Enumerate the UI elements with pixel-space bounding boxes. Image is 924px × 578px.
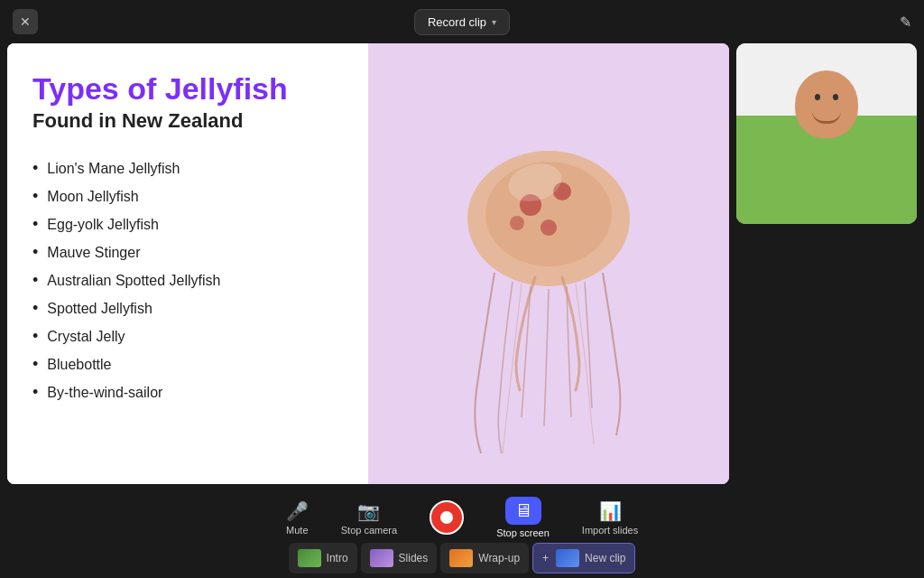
thumb-label: Wrap-up — [478, 552, 520, 564]
record-clip-button[interactable]: Record clip ▾ — [414, 9, 510, 35]
list-item: Lion's Mane Jellyfish — [32, 154, 343, 182]
thumb-label: Slides — [399, 552, 429, 564]
thumb-label: New clip — [585, 552, 625, 564]
list-item: Bluebottle — [32, 350, 343, 378]
jellyfish-svg — [413, 74, 684, 453]
slide-title-main: Types of Jellyfish — [32, 72, 343, 106]
thumb-preview — [449, 549, 473, 567]
bottom-bar: 🎤 Mute 📷 Stop camera 🖥 Stop screen 📊 Imp… — [0, 491, 924, 578]
thumbnail-wrap-up[interactable]: Wrap-up — [440, 543, 529, 573]
record-label: Record clip — [428, 15, 486, 29]
close-icon: ✕ — [20, 14, 31, 29]
screen-icon: 🖥 — [505, 497, 541, 525]
thumbnail-slides[interactable]: Slides — [361, 543, 438, 573]
slide-right-panel — [368, 43, 729, 484]
slide-container: Types of Jellyfish Found in New Zealand … — [7, 43, 729, 484]
edit-icon[interactable]: ✎ — [900, 14, 911, 31]
list-item: Crystal Jelly — [32, 322, 343, 350]
import-icon: 📊 — [599, 500, 622, 522]
thumbnails-bar: IntroSlidesWrap-up+New clip — [0, 538, 924, 578]
close-button[interactable]: ✕ — [13, 9, 38, 34]
thumb-preview — [556, 549, 579, 567]
thumbnail-new-clip[interactable]: +New clip — [532, 543, 635, 573]
record-dot — [440, 511, 453, 524]
list-item: Mauve Stinger — [32, 238, 343, 266]
svg-point-4 — [541, 219, 557, 236]
camera-feed — [736, 43, 917, 224]
stop-camera-button[interactable]: 📷 Stop camera — [341, 500, 397, 536]
top-bar: ✕ Record clip ▾ ✎ — [0, 0, 924, 43]
mute-icon: 🎤 — [286, 500, 309, 522]
person-eye-right — [833, 94, 838, 100]
slide-title-sub: Found in New Zealand — [32, 109, 343, 133]
person-eyes — [815, 94, 838, 100]
record-button[interactable] — [430, 500, 464, 535]
person-figure — [736, 43, 917, 224]
mute-button[interactable]: 🎤 Mute — [286, 500, 309, 536]
person-smile — [812, 111, 841, 124]
chevron-down-icon: ▾ — [492, 17, 496, 27]
list-item: Egg-yolk Jellyfish — [32, 210, 343, 238]
camera-label: Stop camera — [341, 525, 397, 536]
main-area: Types of Jellyfish Found in New Zealand … — [0, 43, 924, 488]
stop-screen-button[interactable]: 🖥 Stop screen — [496, 497, 550, 538]
stop-screen-label: Stop screen — [496, 527, 550, 538]
new-clip-plus-icon: + — [542, 552, 549, 564]
thumb-preview — [370, 549, 393, 567]
slide-list: Lion's Mane JellyfishMoon JellyfishEgg-y… — [32, 154, 343, 406]
import-label: Import slides — [582, 525, 638, 536]
jellyfish-illustration — [368, 43, 729, 484]
list-item: By-the-wind-sailor — [32, 378, 343, 406]
toolbar: 🎤 Mute 📷 Stop camera 🖥 Stop screen 📊 Imp… — [0, 491, 924, 538]
list-item: Spotted Jellyfish — [32, 294, 343, 322]
list-item: Australian Spotted Jellyfish — [32, 266, 343, 294]
thumbnail-intro[interactable]: Intro — [289, 543, 357, 573]
camera-icon: 📷 — [357, 500, 380, 522]
person-body — [772, 161, 881, 224]
slide-left-panel: Types of Jellyfish Found in New Zealand … — [7, 43, 368, 484]
thumb-label: Intro — [327, 552, 348, 564]
thumb-preview — [298, 549, 321, 567]
person-eye-left — [815, 94, 820, 100]
import-slides-button[interactable]: 📊 Import slides — [582, 500, 638, 536]
mute-label: Mute — [286, 525, 308, 536]
list-item: Moon Jellyfish — [32, 182, 343, 210]
person-head — [795, 70, 858, 138]
svg-point-5 — [510, 216, 524, 230]
